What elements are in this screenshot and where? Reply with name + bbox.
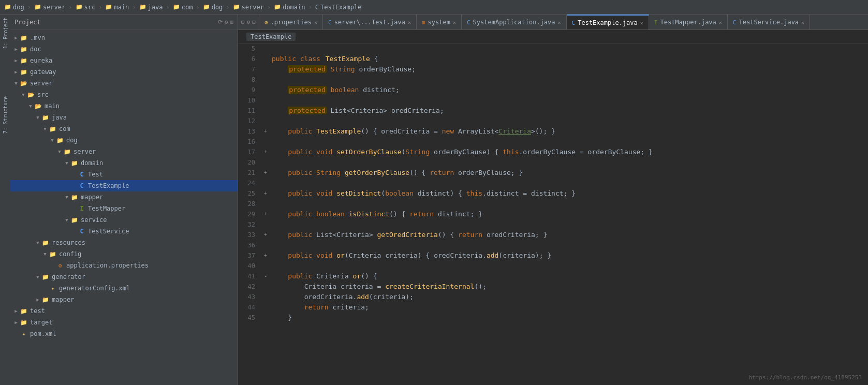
line-content[interactable] xyxy=(270,137,868,147)
breadcrumb-dog[interactable]: 📁 dog xyxy=(4,4,24,11)
sidebar-item-config[interactable]: ▼ 📁 config xyxy=(10,248,238,260)
sidebar-item-mapper2[interactable]: ▶ 📁 mapper xyxy=(10,294,238,305)
close-tab-btn[interactable]: ✕ xyxy=(453,20,456,25)
breadcrumb-domain[interactable]: 📁 domain xyxy=(274,4,305,11)
breadcrumb-main[interactable]: 📁 main xyxy=(105,4,129,11)
sidebar-item-eureka[interactable]: ▶ 📁 eureka xyxy=(10,55,238,66)
settings-icon[interactable]: ⚙ xyxy=(225,19,228,25)
close-tab-btn[interactable]: ✕ xyxy=(314,20,317,25)
breadcrumb-com[interactable]: 📁 com xyxy=(173,4,193,11)
line-content[interactable]: Criteria criteria = createCriteriaIntern… xyxy=(270,282,868,292)
line-content[interactable]: public Criteria or() { xyxy=(270,271,868,282)
sidebar-item-service[interactable]: ▼ 📁 service xyxy=(10,214,238,226)
breadcrumb-java[interactable]: 📁 java xyxy=(139,4,163,11)
fold-btn[interactable] xyxy=(261,64,270,75)
fold-btn[interactable] xyxy=(261,219,270,230)
fold-btn[interactable] xyxy=(261,292,270,302)
line-content[interactable]: public boolean isDistinct() { return dis… xyxy=(270,209,868,219)
sidebar-item-test-class[interactable]: ▶ C Test xyxy=(10,169,238,180)
fold-btn[interactable] xyxy=(261,240,270,250)
sidebar-item-server2[interactable]: ▼ 📁 server xyxy=(10,146,238,157)
fold-btn[interactable] xyxy=(261,137,270,147)
sidebar-item-java[interactable]: ▼ 📁 java xyxy=(10,112,238,123)
line-content[interactable] xyxy=(270,178,868,188)
sidebar-item-test-folder[interactable]: ▶ 📁 test xyxy=(10,305,238,317)
sidebar-item-main[interactable]: ▼ 📂 main xyxy=(10,100,238,112)
sidebar-item-appprops[interactable]: ▶ ⚙ application.properties xyxy=(10,260,238,271)
breadcrumb-testexample[interactable]: C TestExample xyxy=(315,4,362,11)
tab-testmapper[interactable]: I TestMapper.java ✕ xyxy=(649,14,728,30)
line-content[interactable]: } xyxy=(270,313,868,323)
tab-properties[interactable]: ⚙ .properties ✕ xyxy=(259,14,323,30)
close-tab-btn[interactable]: ✕ xyxy=(801,20,804,25)
line-content[interactable] xyxy=(270,240,868,250)
tab-testservice[interactable]: C TestService.java ✕ xyxy=(728,14,810,30)
fold-btn[interactable] xyxy=(261,199,270,209)
tab-testexample[interactable]: C TestExample.java ✕ xyxy=(567,14,649,30)
sidebar-item-src[interactable]: ▼ 📂 src xyxy=(10,89,238,100)
line-content[interactable] xyxy=(270,75,868,85)
line-content[interactable]: public void setOrderByClause(String orde… xyxy=(270,147,868,157)
fold-btn[interactable]: + xyxy=(261,209,270,219)
fold-btn[interactable] xyxy=(261,54,270,64)
line-content[interactable] xyxy=(270,116,868,126)
sidebar-item-mapper[interactable]: ▼ 📁 mapper xyxy=(10,191,238,203)
tab-system-application[interactable]: C SystemApplication.java ✕ xyxy=(462,14,567,30)
line-content[interactable]: protected String orderByClause; xyxy=(270,64,868,75)
resize-handle[interactable] xyxy=(236,14,238,385)
line-content[interactable] xyxy=(270,219,868,230)
sidebar-item-resources[interactable]: ▼ 📁 resources xyxy=(10,237,238,248)
sidebar-item-domain[interactable]: ▼ 📁 domain xyxy=(10,157,238,169)
tab-test-java[interactable]: C server\...Test.java ✕ xyxy=(323,14,417,30)
line-content[interactable]: public class TestExample { xyxy=(270,54,868,64)
line-content[interactable] xyxy=(270,199,868,209)
close-tab-btn[interactable]: ✕ xyxy=(719,20,722,25)
breadcrumb-dog2[interactable]: 📁 dog xyxy=(203,4,223,11)
fold-btn[interactable] xyxy=(261,313,270,323)
fold-btn[interactable] xyxy=(261,282,270,292)
line-content[interactable]: public void setDistinct(boolean distinct… xyxy=(270,188,868,199)
fold-btn[interactable]: + xyxy=(261,250,270,261)
fold-btn[interactable]: + xyxy=(261,126,270,137)
fold-btn[interactable] xyxy=(261,85,270,95)
fold-btn[interactable] xyxy=(261,302,270,313)
fold-btn[interactable]: - xyxy=(261,271,270,282)
fold-btn[interactable]: + xyxy=(261,188,270,199)
fold-btn[interactable] xyxy=(261,43,270,54)
tab-system[interactable]: m system ✕ xyxy=(417,14,462,30)
line-content[interactable]: oredCriteria.add(criteria); xyxy=(270,292,868,302)
line-content[interactable]: public List<Criteria> getOredCriteria() … xyxy=(270,230,868,240)
fold-btn[interactable] xyxy=(261,261,270,271)
line-content[interactable]: public void or(Criteria criteria) { ored… xyxy=(270,250,868,261)
expand-icon[interactable]: ⊞ xyxy=(230,19,233,25)
sidebar-item-gateway[interactable]: ▶ 📁 gateway xyxy=(10,66,238,78)
sidebar-item-testservice[interactable]: ▶ C TestService xyxy=(10,226,238,237)
project-tab-label[interactable]: 1: Project xyxy=(2,14,9,52)
line-content[interactable]: public TestExample() { oredCriteria = ne… xyxy=(270,126,868,137)
line-content[interactable]: protected List<Criteria> oredCriteria; xyxy=(270,106,868,116)
expand-icon[interactable]: ⊡ xyxy=(252,19,256,25)
breadcrumb-server[interactable]: 📁 server xyxy=(34,4,65,11)
fold-btn[interactable] xyxy=(261,106,270,116)
sidebar-item-dog2[interactable]: ▼ 📁 dog xyxy=(10,135,238,146)
back-icon[interactable]: ⊞ xyxy=(241,19,245,25)
close-tab-btn[interactable]: ✕ xyxy=(640,20,643,26)
sidebar-item-genconfig[interactable]: ▶ ✦ generatorConfig.xml xyxy=(10,283,238,294)
sidebar-item-testmapper[interactable]: ▶ I TestMapper xyxy=(10,203,238,214)
sidebar-item-generator[interactable]: ▼ 📁 generator xyxy=(10,271,238,283)
line-content[interactable] xyxy=(270,43,868,54)
code-editor[interactable]: 5 6 public class TestExample { 7 xyxy=(238,43,868,385)
fold-btn[interactable]: + xyxy=(261,230,270,240)
sidebar-item-doc[interactable]: ▶ 📁 doc xyxy=(10,43,238,55)
line-content[interactable]: public String getOrderByClause() { retur… xyxy=(270,168,868,178)
fold-btn[interactable] xyxy=(261,95,270,106)
fold-btn[interactable] xyxy=(261,116,270,126)
sidebar-item-testexample[interactable]: ▶ C TestExample xyxy=(10,180,238,191)
line-content[interactable] xyxy=(270,95,868,106)
sidebar-item-server[interactable]: ▼ 📂 server xyxy=(10,78,238,89)
fold-btn[interactable] xyxy=(261,157,270,168)
fold-btn[interactable] xyxy=(261,178,270,188)
line-content[interactable]: return criteria; xyxy=(270,302,868,313)
breadcrumb-src[interactable]: 📁 src xyxy=(76,4,96,11)
close-tab-btn[interactable]: ✕ xyxy=(408,20,411,25)
